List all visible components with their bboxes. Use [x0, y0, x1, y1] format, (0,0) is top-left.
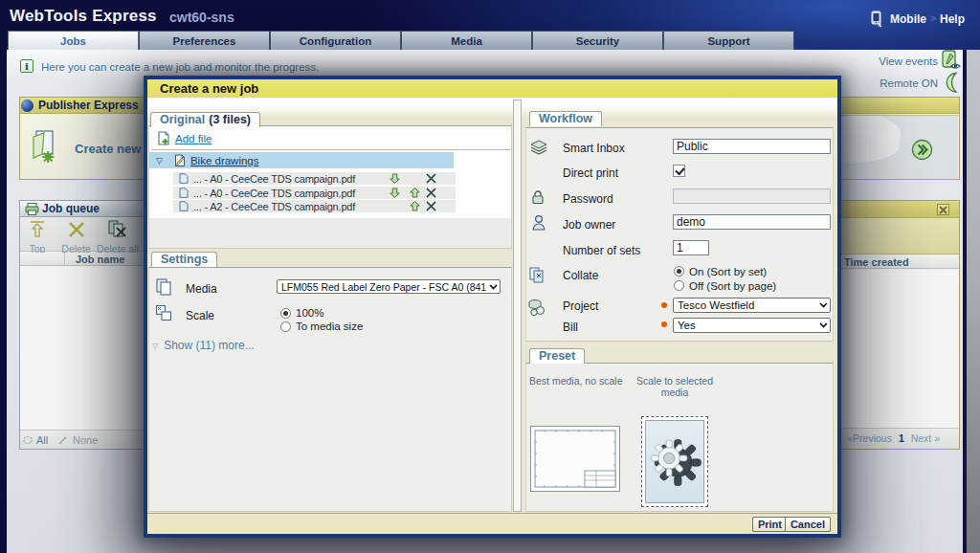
- media-select[interactable]: LFM055 Red Label Zero Paper - FSC A0 (84…: [277, 279, 501, 294]
- dialog-footer: Print Cancel: [147, 514, 837, 534]
- workflow-section: Smart Inbox Public Direct print Password: [525, 127, 834, 342]
- device-name: cwt60-sns: [169, 10, 234, 25]
- job-queue-title: Job queue: [42, 202, 100, 215]
- add-file-label: Add file: [175, 133, 212, 144]
- printer-icon: [25, 203, 39, 215]
- scale-100-radio[interactable]: [280, 308, 291, 319]
- time-created-column-header[interactable]: Time created: [844, 256, 909, 268]
- preset-section-tab: Preset: [529, 348, 585, 364]
- original-file-count: (3 files): [209, 113, 251, 126]
- bill-select[interactable]: Yes: [673, 318, 831, 333]
- mobile-label: Mobile: [890, 12, 926, 26]
- dialog-body: Original (3 files) Add file ▽: [147, 98, 837, 534]
- drawing-frame-thumbnail: [531, 427, 619, 491]
- tab-jobs[interactable]: Jobs: [8, 31, 139, 50]
- info-icon: i: [20, 59, 33, 73]
- smart-inbox-value: Public: [677, 140, 708, 153]
- bill-required-dot: [661, 321, 667, 327]
- cancel-button[interactable]: Cancel: [785, 517, 831, 532]
- number-of-sets-input[interactable]: 1: [673, 240, 709, 255]
- move-up-icon[interactable]: [410, 201, 420, 211]
- preset-option-1-label: Best media, no scale: [529, 375, 622, 387]
- delete-button[interactable]: Delete: [56, 220, 96, 254]
- file-name: ... - A0 - CeeCee TDS campaign.pdf: [193, 188, 355, 199]
- job-owner-label: Job owner: [563, 218, 615, 232]
- file-group-label[interactable]: Bike drawings: [190, 155, 259, 166]
- chevron-down-icon: [817, 322, 830, 328]
- smart-inbox-label: Smart Inbox: [563, 142, 625, 155]
- go-arrow-icon[interactable]: [911, 139, 933, 161]
- show-more-label: Show (11) more...: [164, 339, 254, 352]
- remote-on-link[interactable]: Remote ON: [880, 77, 938, 89]
- file-row[interactable]: ... - A0 - CeeCee TDS campaign.pdf: [173, 187, 456, 199]
- file-group-row[interactable]: ▽ Bike drawings: [149, 152, 454, 168]
- tab-configuration[interactable]: Configuration: [270, 31, 401, 50]
- media-select-value: LFM055 Red Label Zero Paper - FSC A0 (84…: [281, 281, 487, 293]
- delete-file-icon[interactable]: [426, 201, 436, 211]
- preset-scale-to-media-thumbnail[interactable]: [641, 416, 708, 507]
- delete-all-button[interactable]: Delete all: [92, 220, 144, 254]
- view-events-icon[interactable]: [942, 50, 963, 72]
- select-all-link[interactable]: All: [23, 434, 48, 446]
- top-button[interactable]: Top: [18, 220, 56, 254]
- gear-thumbnail: [645, 420, 704, 503]
- preset-best-media-thumbnail[interactable]: [530, 426, 620, 492]
- collate-off-radio[interactable]: [674, 280, 684, 291]
- mobile-link[interactable]: Mobile: [870, 10, 926, 29]
- previous-page-link[interactable]: «Previous: [847, 432, 892, 444]
- file-name: ... - A2 - CeeCee TDS campaign.pdf: [193, 201, 355, 212]
- tab-support[interactable]: Support: [663, 31, 794, 50]
- column-separator: [64, 253, 65, 266]
- collate-on-label[interactable]: On (Sort by set): [689, 266, 767, 277]
- collapse-triangle-icon[interactable]: ▽: [156, 156, 163, 166]
- delete-file-icon[interactable]: [426, 173, 436, 184]
- collate-icon: [528, 266, 546, 285]
- panel-scrollbar[interactable]: [513, 100, 522, 512]
- next-page-link[interactable]: Next »: [911, 432, 940, 444]
- smart-inbox-icon: [529, 139, 548, 156]
- chevron-down-icon: [817, 302, 830, 308]
- file-row[interactable]: ... - A0 - CeeCee TDS campaign.pdf: [173, 172, 456, 185]
- smart-inbox-input[interactable]: Public: [673, 139, 831, 154]
- original-section: Add file ▽ Bike drawings ...: [148, 125, 512, 249]
- application-window: WebTools Express cwt60-sns Mobile > Help…: [0, 0, 980, 553]
- tab-preferences[interactable]: Preferences: [139, 31, 270, 50]
- delete-file-icon[interactable]: [426, 188, 436, 198]
- file-name: ... - A0 - CeeCee TDS campaign.pdf: [193, 173, 355, 185]
- delete-icon: [66, 220, 87, 239]
- add-file-icon: [157, 131, 170, 145]
- project-select-value: Tesco Westfield: [678, 299, 817, 311]
- expand-triangle-icon: ▽: [152, 342, 158, 350]
- direct-print-label: Direct print: [563, 166, 618, 180]
- select-none-icon: [57, 435, 68, 446]
- move-up-icon[interactable]: [410, 188, 420, 198]
- select-none-link[interactable]: None: [57, 434, 98, 446]
- move-down-icon[interactable]: [390, 173, 400, 184]
- move-down-icon[interactable]: [390, 188, 400, 198]
- scale-100-label[interactable]: 100%: [296, 307, 323, 319]
- collate-off-label[interactable]: Off (Sort by page): [689, 280, 776, 292]
- close-panel-button[interactable]: [937, 204, 949, 215]
- project-select[interactable]: Tesco Westfield: [673, 298, 831, 313]
- view-events-link[interactable]: View events: [879, 55, 938, 67]
- mobile-icon: [870, 11, 885, 28]
- bill-select-value: Yes: [678, 320, 817, 331]
- direct-print-checkbox[interactable]: [673, 165, 685, 177]
- add-file-link[interactable]: Add file: [157, 131, 212, 145]
- file-row[interactable]: ... - A2 - CeeCee TDS campaign.pdf: [173, 200, 456, 212]
- publisher-express-icon: [21, 100, 33, 112]
- media-icon: [155, 278, 172, 296]
- collate-on-radio[interactable]: [674, 266, 684, 276]
- scale-to-media-radio[interactable]: [280, 321, 291, 332]
- show-more-link[interactable]: ▽ Show (11) more...: [152, 339, 255, 352]
- help-link[interactable]: Help: [940, 12, 965, 26]
- scale-to-media-label[interactable]: To media size: [296, 321, 363, 332]
- job-owner-icon: [531, 214, 546, 232]
- separator-line: [151, 149, 511, 150]
- tab-media[interactable]: Media: [401, 31, 532, 50]
- job-owner-input[interactable]: demo: [673, 214, 831, 230]
- job-owner-value: demo: [677, 215, 705, 229]
- job-name-column-header[interactable]: Job name: [76, 254, 124, 265]
- print-button[interactable]: Print: [752, 517, 788, 532]
- tab-security[interactable]: Security: [532, 31, 663, 50]
